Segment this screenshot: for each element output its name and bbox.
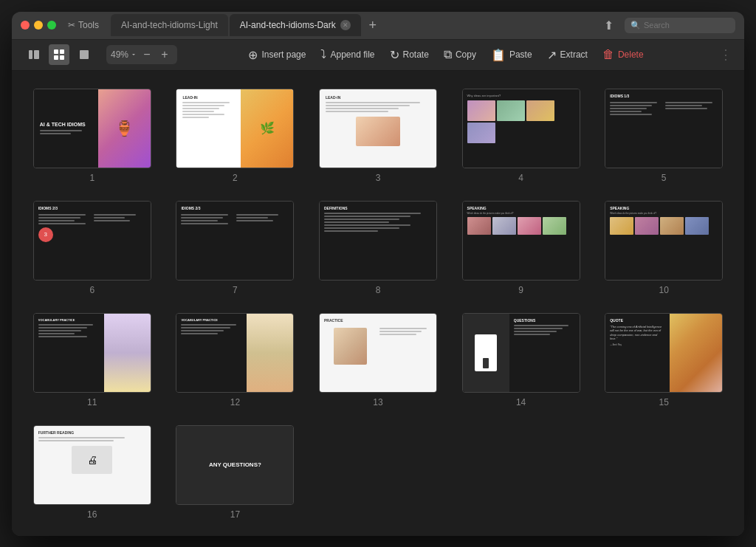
tools-menu[interactable]: ✂ Tools (68, 20, 99, 30)
rotate-icon: ↻ (390, 48, 399, 62)
slide-9-title: SPEAKING (467, 206, 575, 210)
slide-16-title: FURTHER READING (38, 430, 146, 435)
share-button[interactable]: ⬆ (598, 15, 619, 35)
page-number-9: 9 (518, 285, 523, 295)
page-thumbnail-3[interactable]: LEAD-IN (319, 89, 437, 168)
copy-button[interactable]: ⧉ Copy (444, 48, 476, 61)
page-thumbnail-7[interactable]: IDIOMS 2/3 (176, 201, 294, 281)
zoom-plus-button[interactable]: + (157, 47, 173, 63)
search-input[interactable] (644, 21, 729, 30)
tab-light-label: AI-and-tech-idioms-Light (121, 20, 218, 30)
delete-label: Delete (618, 49, 644, 60)
page-item-5[interactable]: IDIOMS 1/3 (598, 89, 729, 183)
page-thumbnail-8[interactable]: DEFINITIONS (319, 201, 437, 281)
title-bar: ✂ Tools AI-and-tech-idioms-Light AI-and-… (12, 12, 744, 40)
page-number-7: 7 (233, 285, 238, 295)
page-thumbnail-1[interactable]: AI & TECH IDIOMS 🏺 (33, 89, 151, 168)
more-options-icon[interactable]: ⋮ (719, 47, 732, 63)
slide-6-title: IDIOMS 2/3 (38, 206, 146, 210)
close-button[interactable] (21, 21, 30, 30)
page-item-16[interactable]: FURTHER READING 🖨 16 (27, 425, 158, 520)
delete-icon: 🗑 (602, 48, 614, 61)
scissors-icon: ✂ (68, 20, 75, 30)
page-number-14: 14 (516, 397, 526, 407)
rotate-button[interactable]: ↻ Rotate (390, 48, 429, 62)
slide-4-title: Why ideas are important? (467, 94, 575, 97)
page-thumbnail-12[interactable]: VOCABULARY PRACTICE (176, 313, 294, 393)
extract-button[interactable]: ↗ Extract (547, 48, 588, 62)
tab-dark[interactable]: AI-and-tech-idioms-Dark ✕ (230, 14, 361, 36)
paste-button[interactable]: 📋 Paste (491, 48, 532, 62)
page-item-13[interactable]: PRACTICE (312, 313, 444, 407)
zoom-value: 49% (111, 49, 128, 60)
page-thumbnail-9[interactable]: SPEAKING Which ideas do the pictures mak… (462, 201, 580, 281)
page-thumbnail-16[interactable]: FURTHER READING 🖨 (33, 425, 151, 505)
page-item-15[interactable]: QUOTE "The coming era of Artificial Inte… (598, 313, 729, 407)
maximize-button[interactable] (47, 21, 56, 30)
page-item-17[interactable]: ANY QUESTIONS? 17 (170, 425, 301, 520)
page-thumbnail-10[interactable]: SPEAKING Which ideas do the pictures mak… (605, 201, 723, 281)
page-item-1[interactable]: AI & TECH IDIOMS 🏺 1 (27, 89, 158, 183)
insert-page-button[interactable]: ⊕ Insert page (248, 48, 306, 62)
slide-13-title: PRACTICE (324, 318, 432, 323)
tab-close-button[interactable]: ✕ (340, 20, 351, 30)
main-window: ✂ Tools AI-and-tech-idioms-Light AI-and-… (12, 12, 744, 536)
slide-1-title: AI & TECH IDIOMS (40, 122, 92, 128)
page-thumbnail-5[interactable]: IDIOMS 1/3 (605, 89, 723, 168)
page-item-2[interactable]: LEAD-IN 🌿 (170, 89, 301, 183)
page-item-4[interactable]: Why ideas are important? 4 (456, 89, 587, 183)
page-item-8[interactable]: DEFINITIONS 8 (312, 201, 444, 295)
page-number-4: 4 (518, 173, 523, 183)
page-number-2: 2 (233, 173, 238, 183)
page-thumbnail-14[interactable]: QUESTIONS (462, 313, 580, 393)
grid-view-button[interactable] (49, 44, 69, 65)
main-content[interactable]: AI & TECH IDIOMS 🏺 1 (12, 71, 744, 536)
page-thumbnail-13[interactable]: PRACTICE (319, 313, 437, 393)
page-item-12[interactable]: VOCABULARY PRACTICE 12 (170, 313, 301, 407)
page-number-17: 17 (230, 509, 240, 520)
traffic-lights (21, 21, 56, 30)
page-thumbnail-11[interactable]: VOCABULARY PRACTICE (33, 313, 151, 393)
new-tab-button[interactable]: + (362, 15, 383, 35)
view-controls (24, 44, 94, 65)
page-thumbnail-6[interactable]: IDIOMS 2/3 3 (33, 201, 151, 281)
page-item-10[interactable]: SPEAKING Which ideas do the pictures mak… (598, 201, 729, 295)
page-thumbnail-17[interactable]: ANY QUESTIONS? (176, 425, 294, 505)
tab-bar: AI-and-tech-idioms-Light AI-and-tech-idi… (111, 14, 592, 36)
page-item-14[interactable]: QUESTIONS 14 (456, 313, 587, 407)
page-thumbnail-4[interactable]: Why ideas are important? (462, 89, 580, 168)
rotate-label: Rotate (403, 49, 429, 60)
insert-icon: ⊕ (248, 48, 258, 62)
slide-3-title: LEAD-IN (326, 95, 430, 100)
slide-5-title: IDIOMS 1/3 (610, 94, 718, 98)
zoom-control: 49% − + (106, 45, 177, 64)
page-number-8: 8 (376, 285, 381, 295)
page-number-3: 3 (376, 173, 381, 183)
page-item-11[interactable]: VOCABULARY PRACTICE 11 (27, 313, 158, 407)
page-item-9[interactable]: SPEAKING Which ideas do the pictures mak… (456, 201, 587, 295)
minimize-button[interactable] (34, 21, 43, 30)
append-file-button[interactable]: ⤵ Append file (320, 48, 374, 61)
page-item-6[interactable]: IDIOMS 2/3 3 (27, 201, 158, 295)
paste-icon: 📋 (491, 48, 506, 62)
page-number-16: 16 (87, 509, 97, 520)
svg-rect-2 (54, 49, 58, 54)
page-item-3[interactable]: LEAD-IN 3 (312, 89, 444, 183)
slide-7-title: IDIOMS 2/3 (181, 206, 289, 210)
sidebar-toggle[interactable] (24, 44, 44, 65)
page-thumbnail-2[interactable]: LEAD-IN 🌿 (176, 89, 294, 168)
tab-light[interactable]: AI-and-tech-idioms-Light (111, 14, 228, 36)
tab-dark-label: AI-and-tech-idioms-Dark (240, 20, 336, 30)
svg-rect-5 (60, 55, 64, 60)
zoom-minus-button[interactable]: − (139, 47, 155, 63)
page-item-7[interactable]: IDIOMS 2/3 (170, 201, 301, 295)
search-icon: 🔍 (630, 21, 641, 30)
slide-17-title: ANY QUESTIONS? (209, 461, 261, 468)
copy-icon: ⧉ (444, 48, 452, 61)
single-view-button[interactable] (74, 44, 94, 65)
search-bar[interactable]: 🔍 (625, 18, 735, 33)
slide-10-title: SPEAKING (610, 206, 718, 210)
page-thumbnail-15[interactable]: QUOTE "The coming era of Artificial Inte… (605, 313, 723, 393)
delete-button[interactable]: 🗑 Delete (602, 48, 644, 61)
title-bar-right: ⬆ 🔍 (598, 15, 735, 35)
